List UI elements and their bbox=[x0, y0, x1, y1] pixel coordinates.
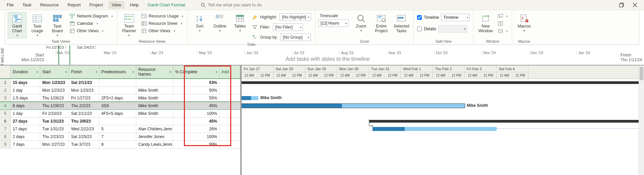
cell-duration[interactable]: 27 days bbox=[11, 118, 40, 125]
cell-predecessors[interactable]: 8 bbox=[99, 141, 136, 148]
cell-percent-complete[interactable]: 53% bbox=[173, 79, 219, 86]
table-row[interactable]: 115 daysMon 1/23/23Sat 2/11/2353% bbox=[0, 79, 240, 87]
cell-duration[interactable]: 1 day bbox=[11, 110, 40, 117]
table-row[interactable]: 31.5 daysThu 1/26/23Fri 1/27/232FS+2 day… bbox=[0, 94, 240, 102]
menu-resource[interactable]: Resource bbox=[37, 1, 62, 9]
cell-duration[interactable]: 7 days bbox=[11, 141, 40, 148]
table-row[interactable]: 717 daysTue 1/31/23Wed 2/22/235Alan Chil… bbox=[0, 125, 240, 133]
bar-row-6[interactable] bbox=[369, 120, 644, 123]
cell-percent-complete[interactable]: 99% bbox=[173, 141, 219, 148]
col-start[interactable]: Start▾ bbox=[40, 65, 69, 78]
network-diagram-button[interactable]: Network Diagram▾ bbox=[68, 13, 114, 19]
cell-resource[interactable]: Alan Childers,Jenn bbox=[136, 125, 173, 133]
row-number[interactable]: 3 bbox=[0, 94, 11, 101]
cell-predecessors[interactable]: 5 bbox=[99, 125, 136, 133]
cell-finish[interactable]: Thu 3/9/23 bbox=[69, 118, 99, 125]
menu-gantt-format[interactable]: Gantt Chart Format bbox=[144, 1, 189, 9]
row-number[interactable]: 6 bbox=[0, 118, 11, 125]
cell-predecessors[interactable]: 4FS+5 days bbox=[99, 110, 136, 117]
gantt-chart-area[interactable]: Fri Jan 2712 AM12 PMSat Jan 2812 AM12 PM… bbox=[242, 65, 644, 175]
bar-row-7[interactable] bbox=[373, 127, 497, 131]
cell-predecessors[interactable] bbox=[99, 87, 136, 94]
cell-duration[interactable]: 1 day bbox=[11, 87, 40, 94]
cell-predecessors[interactable]: 3SS bbox=[99, 102, 136, 110]
vertical-scrollbar[interactable] bbox=[639, 65, 644, 175]
row-number[interactable]: 5 bbox=[0, 110, 11, 117]
outline-button[interactable]: Outline▾ bbox=[210, 12, 229, 34]
groupby-combo[interactable]: [No Group]▾ bbox=[281, 34, 311, 41]
other-task-views-button[interactable]: Other Views▾ bbox=[68, 28, 114, 34]
cell-predecessors[interactable] bbox=[99, 118, 136, 125]
entire-project-button[interactable]: Entire Project bbox=[372, 12, 391, 35]
row-number[interactable]: 8 bbox=[0, 133, 11, 140]
cell-start[interactable]: Mon 2/27/23 bbox=[40, 141, 69, 148]
cell-duration[interactable]: 17 days bbox=[11, 125, 40, 133]
cell-start[interactable]: Tue 1/31/23 bbox=[40, 118, 69, 125]
cell-predecessors[interactable] bbox=[99, 79, 136, 86]
table-row[interactable]: 82 daysThu 2/23/23Sat 2/25/237Jennifer J… bbox=[0, 133, 240, 141]
cell-start[interactable]: Thu 1/26/23 bbox=[40, 94, 69, 101]
other-resource-views-button[interactable]: Other Views▾ bbox=[140, 28, 185, 34]
cell-predecessors[interactable]: 2FS+2 days bbox=[99, 94, 136, 101]
cell-add[interactable] bbox=[219, 87, 240, 94]
cell-start[interactable]: Thu 2/23/23 bbox=[40, 133, 69, 140]
cell-resource[interactable] bbox=[136, 79, 173, 86]
cell-add[interactable] bbox=[219, 94, 240, 101]
cell-finish[interactable]: Wed 2/22/23 bbox=[69, 125, 99, 133]
cell-finish[interactable]: Fri 1/27/23 bbox=[69, 94, 99, 101]
table-row[interactable]: 51 dayFri 2/10/23Sat 2/11/234FS+5 daysMi… bbox=[0, 110, 240, 118]
menu-help[interactable]: Help bbox=[127, 1, 142, 9]
cell-percent-complete[interactable]: 26% bbox=[173, 125, 219, 133]
resource-sheet-button[interactable]: Resource Sheet▾ bbox=[140, 20, 185, 27]
cell-resource[interactable]: Mike Smith bbox=[136, 87, 173, 94]
cell-start[interactable]: Mon 1/23/23 bbox=[40, 79, 69, 86]
cell-add[interactable] bbox=[219, 141, 240, 148]
window-restore-button[interactable] bbox=[619, 3, 624, 7]
scrollbar-thumb[interactable] bbox=[640, 67, 643, 80]
sort-button[interactable]: AZ Sort▾ bbox=[190, 12, 209, 34]
cell-percent-complete[interactable]: 45% bbox=[173, 102, 219, 110]
cell-resource[interactable]: Mike Smith bbox=[136, 110, 173, 117]
filter-combo[interactable]: [No Filter]▾ bbox=[273, 24, 303, 31]
table-row[interactable]: 21 dayMon 1/23/23Mon 1/23/23Mike Smith50… bbox=[0, 87, 240, 94]
cell-duration[interactable]: 15 days bbox=[11, 79, 40, 86]
row-number[interactable]: 7 bbox=[0, 125, 11, 133]
window-close-button[interactable] bbox=[633, 3, 637, 7]
bar-row-4[interactable]: Mike Smith bbox=[242, 104, 465, 108]
zoom-button[interactable]: Zoom▾ bbox=[352, 12, 370, 34]
cell-resource[interactable]: Mike Smith bbox=[136, 94, 173, 101]
col-percent-complete[interactable]: % Complete▾ bbox=[173, 65, 219, 78]
cell-resource[interactable]: Mike Smith bbox=[136, 102, 173, 110]
macros-button[interactable]: Macros▾ bbox=[515, 12, 534, 34]
cell-start[interactable]: Tue 1/31/23 bbox=[40, 125, 69, 133]
cell-predecessors[interactable]: 7 bbox=[99, 133, 136, 140]
switch-windows-button[interactable]: ▾ bbox=[496, 13, 509, 19]
col-add-new[interactable]: Add bbox=[219, 65, 240, 78]
resource-usage-button[interactable]: Resource Usage▾ bbox=[140, 13, 185, 19]
col-predecessors[interactable]: Predecessors▾ bbox=[99, 65, 136, 78]
cell-percent-complete[interactable]: 100% bbox=[173, 110, 219, 117]
cell-percent-complete[interactable]: 50% bbox=[173, 87, 219, 94]
cell-percent-complete[interactable]: 45% bbox=[173, 118, 219, 125]
cell-duration[interactable]: 1.5 days bbox=[11, 94, 40, 101]
menu-view[interactable]: View bbox=[108, 1, 125, 9]
cell-start[interactable]: Fri 2/10/23 bbox=[40, 110, 69, 117]
new-window-button[interactable]: + New Window bbox=[476, 12, 495, 35]
team-planner-button[interactable]: Team Planner ▾ bbox=[120, 12, 139, 38]
cell-finish[interactable]: Sat 2/25/23 bbox=[69, 133, 99, 140]
col-finish[interactable]: Finish▾ bbox=[69, 65, 99, 78]
cell-finish[interactable]: Mon 1/23/23 bbox=[69, 87, 99, 94]
cell-add[interactable] bbox=[219, 118, 240, 125]
menu-task[interactable]: Task bbox=[19, 1, 35, 9]
gantt-chart-button[interactable]: Gantt Chart ▾ bbox=[8, 12, 27, 38]
row-number[interactable]: 1 bbox=[0, 79, 11, 86]
col-duration[interactable]: Duration▾ bbox=[11, 65, 40, 78]
cell-resource[interactable] bbox=[136, 118, 173, 125]
cell-resource[interactable]: Jennifer Jones bbox=[136, 133, 173, 140]
tables-button[interactable]: Tables▾ bbox=[231, 12, 249, 34]
cell-add[interactable] bbox=[219, 79, 240, 86]
selected-tasks-button[interactable]: Selected Tasks bbox=[392, 12, 411, 35]
task-usage-button[interactable]: Task Usage ▾ bbox=[28, 12, 47, 38]
cell-start[interactable]: Mon 1/23/23 bbox=[40, 87, 69, 94]
timescale-combo[interactable]: [12] Hours▾ bbox=[318, 19, 348, 27]
